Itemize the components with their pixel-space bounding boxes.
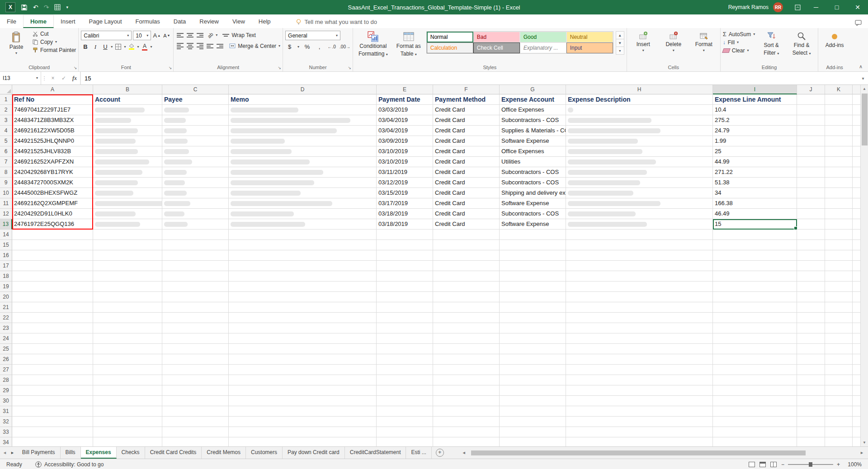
grid-cell[interactable] <box>433 323 500 333</box>
grid-cell[interactable] <box>713 437 797 446</box>
user-name[interactable]: Reymark Ramos <box>728 4 769 10</box>
grid-cell[interactable] <box>377 406 433 417</box>
close-button[interactable]: ✕ <box>847 0 868 14</box>
row-header-33[interactable]: 33 <box>0 427 12 437</box>
increase-indent-icon[interactable] <box>216 42 224 50</box>
align-right-icon[interactable] <box>196 42 204 50</box>
grid-cell[interactable] <box>93 292 162 302</box>
grid-cell[interactable] <box>500 323 566 333</box>
row-header-9[interactable]: 9 <box>0 178 12 188</box>
grid-cell[interactable] <box>377 365 433 375</box>
grid-cell[interactable] <box>229 136 377 146</box>
formula-bar-handle[interactable]: ⋮ <box>41 72 47 84</box>
accounting-format-icon[interactable]: $ <box>285 42 294 51</box>
grid-cell[interactable]: Office Expenses <box>500 105 566 115</box>
grid-cell[interactable] <box>433 333 500 344</box>
vertical-scrollbar[interactable]: ▲ ▼ <box>860 85 868 446</box>
grid-cell[interactable] <box>713 406 797 417</box>
grid-cell[interactable] <box>825 209 853 219</box>
grid-cell[interactable] <box>566 437 713 446</box>
grid-cell[interactable] <box>162 240 229 250</box>
grid-cell[interactable] <box>12 240 93 250</box>
grid-cell[interactable] <box>433 281 500 292</box>
grid-cell[interactable] <box>229 344 377 354</box>
scroll-up-icon[interactable]: ▲ <box>861 85 868 93</box>
grid-cell[interactable]: 271.22 <box>713 167 797 178</box>
grid-cell[interactable]: 24692162Q2XGMPEMF <box>12 198 93 209</box>
grid-cell[interactable] <box>12 396 93 406</box>
row-header-5[interactable]: 5 <box>0 136 12 146</box>
collapse-ribbon-icon[interactable]: ∧ <box>859 64 863 70</box>
grid-cell[interactable]: Expense Account <box>500 94 566 105</box>
grid-cell[interactable] <box>566 219 713 230</box>
grid-cell[interactable] <box>500 250 566 261</box>
grid-cell[interactable] <box>797 230 825 240</box>
grid-cell[interactable] <box>229 115 377 126</box>
grid-cell[interactable] <box>12 417 93 427</box>
grid-cell[interactable]: 24.79 <box>713 126 797 136</box>
prev-sheet-icon[interactable]: ◄ <box>3 450 7 455</box>
bottom-align-icon[interactable] <box>196 31 204 39</box>
grid-cell[interactable] <box>500 271 566 281</box>
grid-cell[interactable]: Subcontractors - COS <box>500 209 566 219</box>
grid-cell[interactable] <box>93 375 162 385</box>
grid-cell[interactable] <box>500 365 566 375</box>
grid-cell[interactable] <box>229 261 377 271</box>
grid-cell[interactable]: Software Expense <box>500 136 566 146</box>
row-header-14[interactable]: 14 <box>0 230 12 240</box>
clear-button[interactable]: Clear▾ <box>723 47 755 54</box>
grid-cell[interactable] <box>377 396 433 406</box>
grid-cell[interactable] <box>229 417 377 427</box>
grid-cell[interactable] <box>377 437 433 446</box>
font-color-icon[interactable]: A <box>140 42 149 51</box>
grid-cell[interactable] <box>500 292 566 302</box>
grid-cell[interactable] <box>825 281 853 292</box>
grid-cell[interactable] <box>377 302 433 313</box>
ribbon-display-options-icon[interactable] <box>789 0 806 14</box>
row-header-10[interactable]: 10 <box>0 188 12 198</box>
grid-cell[interactable] <box>433 292 500 302</box>
grid-cell[interactable] <box>797 354 825 365</box>
confirm-entry-icon[interactable]: ✓ <box>58 72 69 84</box>
grid-cell[interactable]: 03/11/2019 <box>377 167 433 178</box>
grid-cell[interactable]: Software Expense <box>500 219 566 230</box>
grid-cell[interactable] <box>162 136 229 146</box>
grid-cell[interactable] <box>797 115 825 126</box>
grid-cell[interactable] <box>162 417 229 427</box>
middle-align-icon[interactable] <box>186 31 194 39</box>
grid-cell[interactable] <box>162 105 229 115</box>
copy-button[interactable]: Copy▾ <box>33 39 76 45</box>
grid-cell[interactable] <box>12 365 93 375</box>
grid-cell[interactable]: Payment Date <box>377 94 433 105</box>
grid-cell[interactable] <box>162 261 229 271</box>
grid-cell[interactable] <box>500 396 566 406</box>
grid-cell[interactable] <box>93 198 162 209</box>
horizontal-scroll-thumb[interactable] <box>471 450 806 455</box>
tab-insert[interactable]: Insert <box>54 15 82 28</box>
grid-cell[interactable] <box>713 313 797 323</box>
restore-button[interactable]: □ <box>826 0 847 14</box>
grid-cell[interactable] <box>566 146 713 157</box>
grid-cell[interactable]: Software Expense <box>500 198 566 209</box>
number-format-select[interactable]: General▾ <box>285 31 340 40</box>
grid-cell[interactable]: 74697041Z229TJ1E7 <box>12 105 93 115</box>
grid-cell[interactable] <box>229 375 377 385</box>
grid-cell[interactable]: 24483471Z8B3MB3ZX <box>12 115 93 126</box>
cell-style-normal[interactable]: Normal <box>427 32 473 42</box>
expand-formula-bar-icon[interactable]: ▾ <box>858 72 868 84</box>
grid-cell[interactable] <box>229 427 377 437</box>
grid-cell[interactable] <box>825 385 853 396</box>
column-header-B[interactable]: B <box>93 85 162 94</box>
grid-cell[interactable]: 03/12/2019 <box>377 178 433 188</box>
grid-cell[interactable]: 275.2 <box>713 115 797 126</box>
cell-style-explanatory-[interactable]: Explanatory ... <box>520 42 566 53</box>
grid-cell[interactable] <box>713 230 797 240</box>
conditional-formatting-button[interactable]: Conditional Formatting ▾ <box>355 29 391 58</box>
grid-cell[interactable] <box>797 261 825 271</box>
grid-cell[interactable] <box>825 136 853 146</box>
grid-cell[interactable] <box>500 240 566 250</box>
next-sheet-icon[interactable]: ► <box>10 450 14 455</box>
grid-cell[interactable] <box>797 302 825 313</box>
row-header-31[interactable]: 31 <box>0 406 12 417</box>
grid-cell[interactable] <box>825 146 853 157</box>
